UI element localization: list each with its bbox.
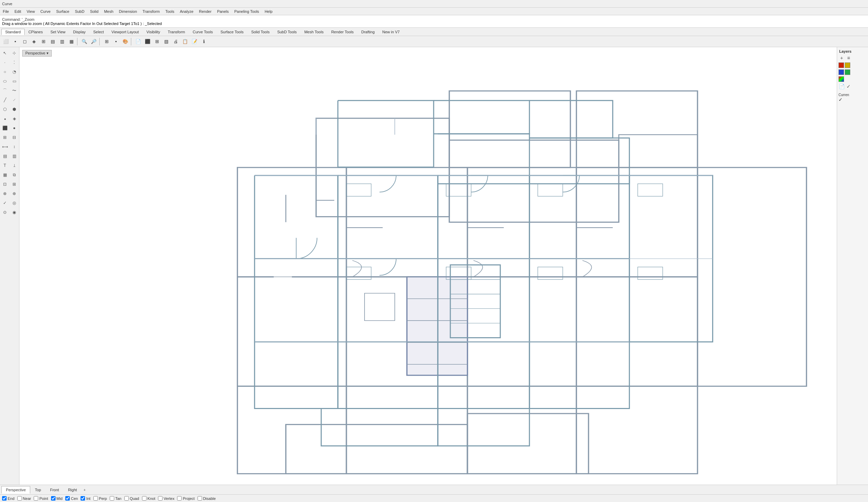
layer-color-yellow[interactable] <box>845 62 850 68</box>
menu-surface[interactable]: Surface <box>53 9 72 14</box>
layer-color-red[interactable] <box>838 62 844 68</box>
layer-props-icon[interactable]: ≡ <box>845 55 852 61</box>
layer-color-multicolor[interactable] <box>838 76 844 82</box>
analyze2-btn[interactable]: ◉ <box>10 208 19 217</box>
layer-color-blue[interactable] <box>838 69 844 75</box>
snap-point-checkbox[interactable] <box>34 496 38 501</box>
line2-btn[interactable]: ⟋ <box>10 95 19 104</box>
text2-btn[interactable]: Ʇ <box>10 161 19 170</box>
snap-disable[interactable]: Disable <box>198 496 216 501</box>
toolbar-btn-info[interactable]: ℹ <box>199 37 208 46</box>
rect-btn[interactable]: ▭ <box>10 77 19 86</box>
tab-top[interactable]: Top <box>30 486 45 494</box>
toolbar-btn-zoom-in[interactable]: 🔍 <box>80 37 89 46</box>
toolbar-btn-art[interactable]: ▥ <box>58 37 67 46</box>
snap-cen-checkbox[interactable] <box>65 496 70 501</box>
snap-mid-checkbox[interactable] <box>51 496 56 501</box>
menu-file[interactable]: File <box>0 9 12 14</box>
circle-btn[interactable]: ○ <box>0 67 9 76</box>
menu-tools[interactable]: Tools <box>162 9 177 14</box>
tab-set-view[interactable]: Set View <box>47 29 69 35</box>
toolbar-btn-wireframe[interactable]: ⬜ <box>1 37 10 46</box>
toolbar-btn-pen[interactable]: ▦ <box>67 37 76 46</box>
toolbar-btn-color[interactable]: 🎨 <box>121 37 130 46</box>
snap-int[interactable]: Int <box>81 496 90 501</box>
tab-right[interactable]: Right <box>64 486 82 494</box>
analyze-btn[interactable]: ⊙ <box>0 208 9 217</box>
toolbar-btn-tech[interactable]: ▤ <box>48 37 57 46</box>
sphere-btn[interactable]: ● <box>10 124 19 133</box>
snap-mid[interactable]: Mid <box>51 496 63 501</box>
tab-subd-tools[interactable]: SubD Tools <box>273 29 300 35</box>
snap-end[interactable]: End <box>2 496 15 501</box>
surface2-btn[interactable]: ◈ <box>10 114 19 123</box>
tab-render-tools[interactable]: Render Tools <box>327 29 358 35</box>
group2-btn[interactable]: ⧉ <box>10 170 19 179</box>
snap-cen[interactable]: Cen <box>65 496 78 501</box>
layer-new-icon[interactable]: + <box>838 55 845 61</box>
dim-btn[interactable]: ⟷ <box>0 142 9 151</box>
mesh2-btn[interactable]: ⊟ <box>10 133 19 142</box>
select-btn[interactable]: ↖ <box>0 49 9 58</box>
hatch-btn[interactable]: ▤ <box>0 152 9 161</box>
mesh-btn[interactable]: ⊞ <box>0 133 9 142</box>
toolbar-btn-print[interactable]: 🖨 <box>171 37 180 46</box>
tab-display[interactable]: Display <box>69 29 89 35</box>
snap-project-checkbox[interactable] <box>177 496 182 501</box>
menu-panels[interactable]: Panels <box>214 9 232 14</box>
tab-surface-tools[interactable]: Surface Tools <box>217 29 247 35</box>
menu-render[interactable]: Render <box>196 9 214 14</box>
ellipse-btn[interactable]: ⬭ <box>0 77 9 86</box>
toolbar-btn-4-vp[interactable]: ⊞ <box>152 37 161 46</box>
extrude-btn[interactable]: ⬢ <box>10 105 19 114</box>
tab-select[interactable]: Select <box>90 29 108 35</box>
snap-tan-checkbox[interactable] <box>110 496 114 501</box>
toolbar-btn-grid2[interactable]: ▪ <box>111 37 120 46</box>
snap2-btn[interactable]: ◎ <box>10 198 19 207</box>
point-cloud-btn[interactable]: ⁚ <box>10 58 19 67</box>
toolbar-btn-layout[interactable]: ▧ <box>162 37 171 46</box>
snap-btn[interactable]: ✓ <box>0 198 9 207</box>
block-btn[interactable]: ⊡ <box>0 180 9 189</box>
hatch2-btn[interactable]: ▥ <box>10 152 19 161</box>
tab-perspective[interactable]: Perspective <box>1 486 30 494</box>
plane-btn[interactable]: ⬡ <box>0 105 9 114</box>
snap-tan[interactable]: Tan <box>110 496 122 501</box>
snap-quad-checkbox[interactable] <box>124 496 129 501</box>
tab-mesh-tools[interactable]: Mesh Tools <box>300 29 327 35</box>
snap-near[interactable]: Near <box>17 496 31 501</box>
menu-solid[interactable]: Solid <box>87 9 101 14</box>
surface-btn[interactable]: ⬥ <box>0 114 9 123</box>
snap-vertex-checkbox[interactable] <box>158 496 162 501</box>
tab-front[interactable]: Front <box>45 486 64 494</box>
text-btn[interactable]: T <box>0 161 9 170</box>
layer-color-green[interactable] <box>845 69 850 75</box>
menu-curve[interactable]: Curve <box>37 9 53 14</box>
snap-project[interactable]: Project <box>177 496 194 501</box>
layer-file-icon[interactable]: 📄 <box>838 83 845 90</box>
menu-mesh[interactable]: Mesh <box>101 9 116 14</box>
line-btn[interactable]: ╱ <box>0 95 9 104</box>
tab-drafting[interactable]: Drafting <box>358 29 379 35</box>
point-btn[interactable]: · <box>0 58 9 67</box>
misc2-btn[interactable]: ⊕ <box>10 189 19 198</box>
toolbar-btn-grid[interactable]: ⊞ <box>102 37 111 46</box>
menu-dimension[interactable]: Dimension <box>116 9 140 14</box>
toolbar-btn-xray[interactable]: ⊞ <box>39 37 48 46</box>
snap-disable-checkbox[interactable] <box>198 496 202 501</box>
menu-edit[interactable]: Edit <box>12 9 24 14</box>
arc-btn[interactable]: ◔ <box>10 67 19 76</box>
snap-near-checkbox[interactable] <box>17 496 22 501</box>
snap-point[interactable]: Point <box>34 496 48 501</box>
layer-check-icon[interactable]: ✓ <box>845 83 852 90</box>
snap-perp-checkbox[interactable] <box>93 496 98 501</box>
viewport-area[interactable]: Perspective ▾ <box>19 47 837 485</box>
freeform-btn[interactable]: 〜 <box>10 86 19 95</box>
snap-quad[interactable]: Quad <box>124 496 139 501</box>
menu-analyze[interactable]: Analyze <box>177 9 196 14</box>
snap-vertex[interactable]: Vertex <box>158 496 174 501</box>
menu-subd[interactable]: SubD <box>72 9 87 14</box>
toolbar-btn-1-vp[interactable]: ⬛ <box>143 37 152 46</box>
snap-knot[interactable]: Knot <box>142 496 156 501</box>
polyline-btn[interactable]: ⌒ <box>0 86 9 95</box>
